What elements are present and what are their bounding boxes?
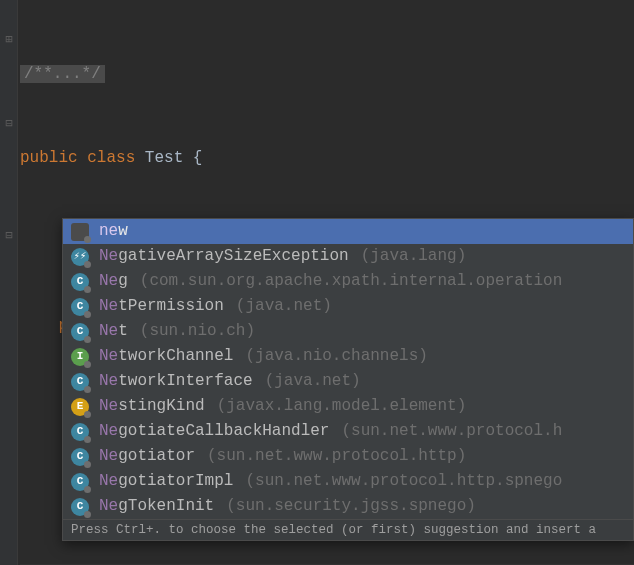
completion-label: NegativeArraySizeException — [99, 244, 349, 269]
completion-label: Neg — [99, 269, 128, 294]
c-icon: C — [71, 423, 89, 441]
completion-item[interactable]: CNeg(com.sun.org.apache.xpath.internal.o… — [63, 269, 633, 294]
completion-label: NetPermission — [99, 294, 224, 319]
c-icon: C — [71, 473, 89, 491]
c-icon: C — [71, 323, 89, 341]
completion-package: (javax.lang.model.element) — [217, 394, 467, 419]
completion-label: NestingKind — [99, 394, 205, 419]
completion-label: new — [99, 219, 128, 244]
kw-icon — [71, 223, 89, 241]
completion-label: Negotiator — [99, 444, 195, 469]
completion-hint: Press Ctrl+. to choose the selected (or … — [63, 519, 633, 540]
class-name: Test — [145, 149, 183, 167]
editor-gutter: ⊞ ⊟ ⊟ — [0, 0, 18, 565]
keyword: class — [87, 149, 135, 167]
completion-label: NetworkInterface — [99, 369, 253, 394]
c-icon: C — [71, 273, 89, 291]
code-completion-popup[interactable]: new⚡NegativeArraySizeException(java.lang… — [62, 218, 634, 541]
c-icon: C — [71, 298, 89, 316]
completion-list[interactable]: new⚡NegativeArraySizeException(java.lang… — [63, 219, 633, 519]
completion-package: (java.nio.channels) — [245, 344, 427, 369]
completion-package: (java.net) — [236, 294, 332, 319]
c-icon: C — [71, 498, 89, 516]
c-icon: C — [71, 448, 89, 466]
completion-item[interactable]: ⚡NegativeArraySizeException(java.lang) — [63, 244, 633, 269]
completion-item[interactable]: CNetPermission(java.net) — [63, 294, 633, 319]
c-icon: C — [71, 373, 89, 391]
completion-package: (sun.net.www.protocol.h — [341, 419, 562, 444]
completion-item[interactable]: CNetworkInterface(java.net) — [63, 369, 633, 394]
i-icon: I — [71, 348, 89, 366]
completion-package: (java.net) — [265, 369, 361, 394]
completion-label: NegTokenInit — [99, 494, 214, 519]
completion-item[interactable]: CNegTokenInit(sun.security.jgss.spnego) — [63, 494, 633, 519]
folded-comment[interactable]: /**...*/ — [20, 65, 105, 83]
completion-package: (com.sun.org.apache.xpath.internal.opera… — [140, 269, 562, 294]
completion-item[interactable]: new — [63, 219, 633, 244]
completion-label: NegotiatorImpl — [99, 469, 233, 494]
completion-package: (java.lang) — [361, 244, 467, 269]
completion-item[interactable]: INetworkChannel(java.nio.channels) — [63, 344, 633, 369]
completion-package: (sun.nio.ch) — [140, 319, 255, 344]
expand-icon[interactable]: ⊞ — [2, 33, 16, 47]
completion-item[interactable]: ENestingKind(javax.lang.model.element) — [63, 394, 633, 419]
completion-item[interactable]: CNet(sun.nio.ch) — [63, 319, 633, 344]
completion-package: (sun.security.jgss.spnego) — [226, 494, 476, 519]
completion-item[interactable]: CNegotiatorImpl(sun.net.www.protocol.htt… — [63, 469, 633, 494]
completion-label: Net — [99, 319, 128, 344]
collapse-icon[interactable]: ⊟ — [2, 117, 16, 131]
collapse-icon[interactable]: ⊟ — [2, 229, 16, 243]
completion-label: NetworkChannel — [99, 344, 233, 369]
completion-label: NegotiateCallbackHandler — [99, 419, 329, 444]
brace: { — [193, 149, 203, 167]
completion-item[interactable]: CNegotiateCallbackHandler(sun.net.www.pr… — [63, 419, 633, 444]
completion-package: (sun.net.www.protocol.http.spnego — [245, 469, 562, 494]
completion-item[interactable]: CNegotiator(sun.net.www.protocol.http) — [63, 444, 633, 469]
ex-icon: ⚡ — [71, 248, 89, 266]
e-icon: E — [71, 398, 89, 416]
keyword: public — [20, 149, 78, 167]
completion-package: (sun.net.www.protocol.http) — [207, 444, 466, 469]
